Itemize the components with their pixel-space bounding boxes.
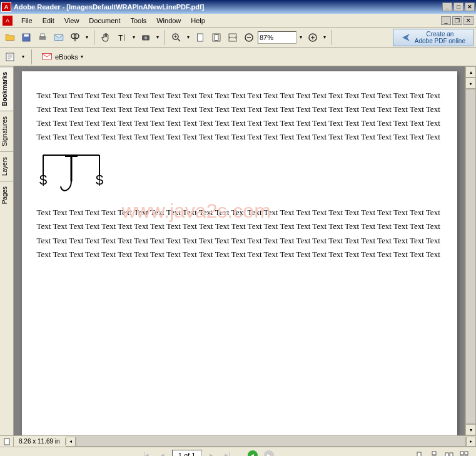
hand-tool-button[interactable] xyxy=(98,30,113,45)
scroll-right-button[interactable]: ▸ xyxy=(466,437,476,447)
svg-rect-40 xyxy=(445,453,448,457)
document-page: Text Text Text Text Text Text Text Text … xyxy=(22,71,457,435)
svg-point-10 xyxy=(144,36,148,39)
tab-pages[interactable]: Pages xyxy=(0,181,13,209)
back-button[interactable]: ◂ xyxy=(246,449,260,457)
doc-close-button[interactable]: ✕ xyxy=(463,16,473,25)
hscroll-thumb[interactable] xyxy=(76,437,466,447)
scroll-down-button[interactable]: ▾ xyxy=(465,424,476,435)
create-pdf-button[interactable]: Create an Adobe PDF online xyxy=(393,29,473,46)
menu-tools[interactable]: Tools xyxy=(126,15,152,26)
vertical-scrollbar[interactable]: ▴ ▸ ▾ xyxy=(465,66,476,435)
svg-rect-37 xyxy=(417,452,421,457)
prev-page-button[interactable]: ◂ xyxy=(156,449,170,457)
close-button[interactable]: ✕ xyxy=(465,3,475,11)
zoom-value-dropdown[interactable]: ▾ xyxy=(298,30,304,45)
maximize-button[interactable]: □ xyxy=(453,3,463,11)
document-viewport[interactable]: Text Text Text Text Text Text Text Text … xyxy=(14,66,465,435)
svg-line-12 xyxy=(178,39,180,41)
search-button[interactable] xyxy=(68,30,83,45)
embedded-image: $ $ xyxy=(37,150,442,200)
menu-document[interactable]: Document xyxy=(84,15,125,26)
svg-rect-36 xyxy=(4,438,9,445)
read-button[interactable] xyxy=(3,49,18,64)
create-pdf-icon xyxy=(401,33,411,43)
search-dropdown[interactable]: ▾ xyxy=(84,30,90,45)
menu-bar: A File Edit View Document Tools Window H… xyxy=(0,14,476,28)
continuous-view-button[interactable] xyxy=(427,449,441,457)
svg-rect-38 xyxy=(432,452,436,455)
menu-edit[interactable]: Edit xyxy=(38,15,59,26)
minimize-button[interactable]: _ xyxy=(442,3,452,11)
zoom-out-button[interactable] xyxy=(241,30,256,45)
single-page-view-button[interactable] xyxy=(412,449,426,457)
text-select-dropdown[interactable]: ▾ xyxy=(131,30,137,45)
fit-width-button[interactable] xyxy=(225,30,240,45)
horizontal-scrollbar[interactable]: ◂ ▸ xyxy=(66,437,476,447)
page-number-input[interactable] xyxy=(172,450,202,457)
navigation-bar: |◂ ◂ ▸ ▸| ◂ ▸ xyxy=(0,447,476,456)
menu-file[interactable]: File xyxy=(16,15,38,26)
page-size-icon xyxy=(0,437,14,447)
scroll-menu-button[interactable]: ▸ xyxy=(465,78,476,89)
svg-rect-1 xyxy=(24,34,29,36)
snapshot-button[interactable] xyxy=(138,30,153,45)
svg-rect-41 xyxy=(450,453,453,457)
print-button[interactable] xyxy=(35,30,50,45)
zoom-plus-dropdown[interactable]: ▾ xyxy=(322,30,328,45)
create-pdf-line1: Create an xyxy=(415,31,465,38)
app-icon: A xyxy=(1,2,11,12)
svg-text:$: $ xyxy=(39,172,47,188)
navigation-panel: Bookmarks Signatures Layers Pages xyxy=(0,66,14,435)
facing-view-button[interactable] xyxy=(442,449,456,457)
text-select-button[interactable]: T xyxy=(114,30,129,45)
page-dimensions: 8.26 x 11.69 in xyxy=(14,438,66,445)
scroll-up-button[interactable]: ▴ xyxy=(465,66,476,78)
save-button[interactable] xyxy=(19,30,34,45)
tab-bookmarks[interactable]: Bookmarks xyxy=(0,66,13,111)
forward-button[interactable]: ▸ xyxy=(262,449,276,457)
ebooks-label: eBooks xyxy=(55,53,78,61)
main-toolbar: ▾ T ▾ ▾ ▾ ▾ ▾ Create an Adobe PDF online xyxy=(0,28,476,48)
email-button[interactable] xyxy=(51,30,66,45)
window-title: Adobe Reader - [ImagesDefaultWRAPInANewL… xyxy=(14,3,442,11)
watermark: www.java2s.com xyxy=(122,200,271,223)
zoom-dropdown[interactable]: ▾ xyxy=(185,30,191,45)
zoom-input[interactable] xyxy=(258,31,296,44)
doc-restore-button[interactable]: ❐ xyxy=(452,16,462,25)
ebooks-button[interactable]: eBooks ▾ xyxy=(37,51,88,63)
zoom-in-button[interactable] xyxy=(169,30,184,45)
status-bar: 8.26 x 11.69 in ◂ ▸ xyxy=(0,435,476,447)
actual-size-button[interactable] xyxy=(193,30,208,45)
last-page-button[interactable]: ▸| xyxy=(221,449,235,457)
scroll-track[interactable] xyxy=(465,89,476,424)
first-page-button[interactable]: |◂ xyxy=(139,449,153,457)
scroll-thumb[interactable] xyxy=(465,89,476,424)
svg-text:T: T xyxy=(118,33,123,42)
snapshot-dropdown[interactable]: ▾ xyxy=(154,30,161,45)
fit-page-button[interactable] xyxy=(209,30,224,45)
scroll-left-button[interactable]: ◂ xyxy=(66,437,76,447)
svg-rect-15 xyxy=(198,34,203,41)
paragraph-1: Text Text Text Text Text Text Text Text … xyxy=(37,89,442,144)
menu-view[interactable]: View xyxy=(59,15,84,26)
svg-text:$: $ xyxy=(96,172,103,188)
read-dropdown[interactable]: ▾ xyxy=(20,49,26,64)
menu-window[interactable]: Window xyxy=(151,15,186,26)
tab-layers[interactable]: Layers xyxy=(0,151,13,181)
zoom-plus-button[interactable] xyxy=(305,30,320,45)
ebooks-icon xyxy=(41,53,53,61)
tab-signatures[interactable]: Signatures xyxy=(0,111,13,151)
svg-rect-42 xyxy=(460,452,463,455)
svg-rect-43 xyxy=(465,452,468,455)
next-page-button[interactable]: ▸ xyxy=(205,449,218,457)
document-icon: A xyxy=(3,16,13,26)
svg-rect-17 xyxy=(215,34,218,40)
svg-rect-3 xyxy=(41,34,44,37)
secondary-toolbar: ▾ eBooks ▾ xyxy=(0,48,476,66)
create-pdf-line2: Adobe PDF online xyxy=(415,38,465,44)
continuous-facing-view-button[interactable] xyxy=(457,449,471,457)
doc-minimize-button[interactable]: _ xyxy=(441,16,451,25)
menu-help[interactable]: Help xyxy=(186,15,210,26)
open-button[interactable] xyxy=(3,30,18,45)
